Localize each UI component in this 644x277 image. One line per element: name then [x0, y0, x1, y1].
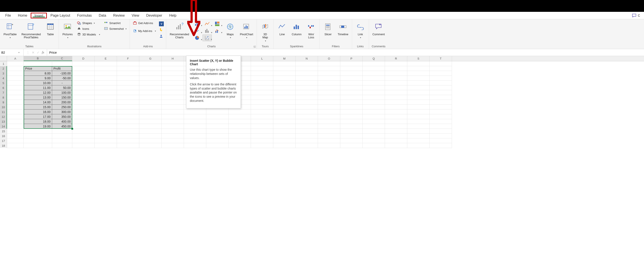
select-all-corner[interactable]	[0, 56, 7, 61]
cell-P16[interactable]	[340, 134, 362, 138]
cell-N7[interactable]	[296, 90, 318, 95]
visio-addin-button[interactable]: V	[159, 22, 164, 26]
screenshot-button[interactable]: Screenshot▾	[103, 26, 128, 31]
cell-Q2[interactable]	[362, 66, 385, 71]
cell-E4[interactable]	[94, 76, 117, 80]
cell-F11[interactable]	[117, 110, 139, 114]
cell-B4[interactable]: 9.00	[24, 76, 52, 80]
cell-G15[interactable]	[139, 129, 162, 134]
cell-G14[interactable]	[139, 124, 162, 129]
statistic-chart-button[interactable]: ▾	[202, 28, 212, 34]
cell-Q8[interactable]	[362, 95, 385, 100]
cell-G9[interactable]	[139, 100, 162, 105]
people-addin-button[interactable]	[159, 34, 164, 39]
cell-S2[interactable]	[407, 66, 430, 71]
cell-J17[interactable]	[206, 138, 228, 143]
cell-S7[interactable]	[407, 90, 430, 95]
cell-E1[interactable]	[94, 61, 117, 66]
cell-R16[interactable]	[385, 134, 407, 138]
col-header-N[interactable]: N	[296, 56, 318, 61]
cell-A6[interactable]	[7, 86, 24, 90]
col-header-M[interactable]: M	[273, 56, 296, 61]
cell-L7[interactable]	[251, 90, 273, 95]
cell-F10[interactable]	[117, 105, 139, 110]
cell-F9[interactable]	[117, 100, 139, 105]
cell-Q7[interactable]	[362, 90, 385, 95]
cell-J11[interactable]	[206, 110, 228, 114]
cell-D12[interactable]	[72, 114, 94, 119]
slicer-button[interactable]: Slicer	[322, 20, 334, 37]
cell-I16[interactable]	[184, 134, 206, 138]
cell-S18[interactable]	[407, 143, 430, 148]
cell-A2[interactable]	[7, 66, 24, 71]
cell-N10[interactable]	[296, 105, 318, 110]
cell-I15[interactable]	[184, 129, 206, 134]
my-addins-button[interactable]: My Add-ins▾	[132, 28, 157, 33]
cell-L18[interactable]	[251, 143, 273, 148]
cell-G3[interactable]	[139, 71, 162, 76]
cell-G11[interactable]	[139, 110, 162, 114]
cell-F1[interactable]	[117, 61, 139, 66]
name-box-input[interactable]	[0, 50, 17, 55]
cell-M18[interactable]	[273, 143, 296, 148]
col-header-C[interactable]: C	[52, 56, 72, 61]
cell-B17[interactable]	[24, 138, 52, 143]
cell-B1[interactable]	[24, 61, 52, 66]
tab-page-layout[interactable]: Page Layout	[47, 13, 74, 18]
cell-S14[interactable]	[407, 124, 430, 129]
cell-A4[interactable]	[7, 76, 24, 80]
cell-Q13[interactable]	[362, 119, 385, 124]
cell-N18[interactable]	[296, 143, 318, 148]
cell-B13[interactable]: 18.00	[24, 119, 52, 124]
name-box[interactable]: ▾	[0, 49, 24, 56]
charts-dialog-launcher[interactable]: ◱	[254, 45, 256, 48]
cell-L15[interactable]	[251, 129, 273, 134]
cell-N4[interactable]	[296, 76, 318, 80]
cell-G12[interactable]	[139, 114, 162, 119]
cell-H4[interactable]	[162, 76, 184, 80]
cell-N14[interactable]	[296, 124, 318, 129]
cell-R3[interactable]	[385, 71, 407, 76]
tab-file[interactable]: File	[2, 13, 14, 18]
cell-E18[interactable]	[94, 143, 117, 148]
cell-M3[interactable]	[273, 71, 296, 76]
cell-P17[interactable]	[340, 138, 362, 143]
cell-J12[interactable]	[206, 114, 228, 119]
cell-S8[interactable]	[407, 95, 430, 100]
row-header-7[interactable]: 7	[0, 90, 7, 95]
cell-H7[interactable]	[162, 90, 184, 95]
row-header-5[interactable]: 5	[0, 80, 7, 86]
cell-M14[interactable]	[273, 124, 296, 129]
cell-N13[interactable]	[296, 119, 318, 124]
cell-R12[interactable]	[385, 114, 407, 119]
cell-E9[interactable]	[94, 100, 117, 105]
cell-A18[interactable]	[7, 143, 24, 148]
cell-H5[interactable]	[162, 80, 184, 86]
cell-T5[interactable]	[430, 80, 452, 86]
cell-S15[interactable]	[407, 129, 430, 134]
cell-D1[interactable]	[72, 61, 94, 66]
cell-M4[interactable]	[273, 76, 296, 80]
cell-S13[interactable]	[407, 119, 430, 124]
link-button[interactable]: Link▾	[354, 20, 366, 40]
cell-A12[interactable]	[7, 114, 24, 119]
cell-S1[interactable]	[407, 61, 430, 66]
cell-P12[interactable]	[340, 114, 362, 119]
cell-L8[interactable]	[251, 95, 273, 100]
col-header-F[interactable]: F	[117, 56, 139, 61]
cell-R9[interactable]	[385, 100, 407, 105]
cell-N15[interactable]	[296, 129, 318, 134]
cell-C9[interactable]: 200.00	[52, 100, 72, 105]
tab-home[interactable]: Home	[14, 13, 31, 18]
tab-help[interactable]: Help	[166, 13, 180, 18]
cell-C14[interactable]: 450.00	[52, 124, 72, 129]
cell-T6[interactable]	[430, 86, 452, 90]
cell-J18[interactable]	[206, 143, 228, 148]
cell-B14[interactable]: 19.00	[24, 124, 52, 129]
cell-B18[interactable]	[24, 143, 52, 148]
cell-B12[interactable]: 17.00	[24, 114, 52, 119]
cell-F6[interactable]	[117, 86, 139, 90]
cell-M2[interactable]	[273, 66, 296, 71]
cell-R7[interactable]	[385, 90, 407, 95]
cell-A9[interactable]	[7, 100, 24, 105]
